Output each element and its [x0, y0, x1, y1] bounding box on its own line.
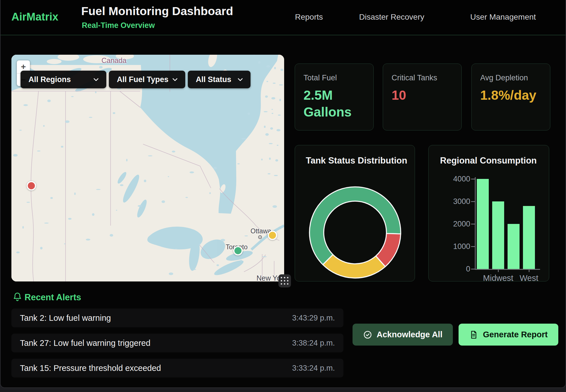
- brand-logo[interactable]: AirMatrix: [11, 11, 58, 23]
- map-label-canada: Canada: [101, 56, 127, 65]
- stat-label: Critical Tanks: [392, 74, 451, 82]
- chevron-down-icon: [237, 76, 244, 83]
- fuel-type-filter-value: All Fuel Types: [117, 75, 168, 84]
- check-circle-icon: [363, 330, 372, 339]
- alert-text: Tank 2: Low fuel warning: [20, 313, 111, 323]
- stat-label: Total Fuel: [304, 74, 363, 82]
- chevron-down-icon: [172, 76, 178, 83]
- alert-timestamp: 3:38:24 p.m.: [292, 339, 335, 348]
- alert-text: Tank 15: Pressure threshold exceeded: [20, 364, 161, 373]
- fuel-tanks-map[interactable]: + − All Regions All Fuel Types All Statu…: [11, 55, 284, 281]
- alert-row[interactable]: Tank 2: Low fuel warning 3:43:29 p.m.: [11, 309, 343, 327]
- alert-row[interactable]: Tank 27: Low fuel warning triggered 3:38…: [11, 334, 343, 352]
- fuel-type-filter-select[interactable]: All Fuel Types: [109, 71, 185, 88]
- acknowledge-all-label: Acknowledge All: [377, 330, 443, 339]
- bell-icon: [13, 292, 22, 302]
- chevron-down-icon: [93, 76, 99, 83]
- critical-tank-marker[interactable]: [27, 181, 36, 191]
- stat-value: 1.8%/day: [480, 87, 532, 104]
- ottawa-town-icon: [258, 235, 262, 239]
- stat-value: 10: [392, 87, 443, 104]
- page-subtitle: Real-Time Overview: [82, 21, 155, 30]
- fuel-monitoring-dashboard: AirMatrix Fuel Monitoring Dashboard Real…: [0, 0, 566, 392]
- stat-card-total-fuel: Total Fuel 2.5M Gallons: [295, 64, 374, 130]
- alert-row[interactable]: Tank 15: Pressure threshold exceeded 3:3…: [11, 359, 343, 377]
- status-filter-value: All Status: [196, 75, 231, 84]
- region-filter-select[interactable]: All Regions: [21, 71, 106, 88]
- nav-item-disaster-recovery[interactable]: Disaster Recovery: [359, 13, 424, 22]
- region-filter-value: All Regions: [28, 75, 71, 84]
- generate-report-label: Generate Report: [483, 330, 547, 339]
- stat-card-critical-tanks: Critical Tanks 10: [383, 64, 462, 130]
- warning-tank-marker[interactable]: [268, 231, 277, 240]
- nav-item-user-management[interactable]: User Management: [470, 13, 536, 22]
- nav-item-reports[interactable]: Reports: [295, 13, 323, 22]
- page-bottom-gutter: [0, 388, 566, 392]
- stat-card-avg-depletion: Avg Depletion 1.8%/day: [471, 64, 550, 130]
- map-resize-handle[interactable]: [278, 274, 291, 287]
- alert-timestamp: 3:33:24 p.m.: [292, 364, 335, 373]
- regional-consumption-card: Regional Consumption 01000200030004000Mi…: [428, 145, 549, 281]
- header: AirMatrix Fuel Monitoring Dashboard Real…: [1, 0, 565, 35]
- alert-text: Tank 27: Low fuel warning triggered: [20, 338, 150, 348]
- recent-alerts-title: Recent Alerts: [25, 292, 81, 303]
- tank-status-donut: [295, 145, 415, 281]
- normal-tank-marker[interactable]: [233, 246, 243, 256]
- regional-consumption-plot: 01000200030004000MidwestWest: [429, 145, 549, 281]
- stat-value: 2.5M Gallons: [304, 87, 355, 121]
- alert-timestamp: 3:43:29 p.m.: [292, 314, 335, 322]
- stat-label: Avg Depletion: [480, 74, 540, 82]
- main-panel: AirMatrix Fuel Monitoring Dashboard Real…: [0, 0, 566, 388]
- acknowledge-all-button[interactable]: Acknowledge All: [353, 324, 453, 346]
- document-icon: [469, 330, 478, 339]
- generate-report-button[interactable]: Generate Report: [459, 324, 558, 346]
- tank-status-card: Tank Status Distribution: [295, 145, 415, 281]
- map-filters: All Regions All Fuel Types All Status: [21, 71, 251, 88]
- page-title: Fuel Monitoring Dashboard: [81, 5, 233, 18]
- status-filter-select[interactable]: All Status: [188, 71, 251, 88]
